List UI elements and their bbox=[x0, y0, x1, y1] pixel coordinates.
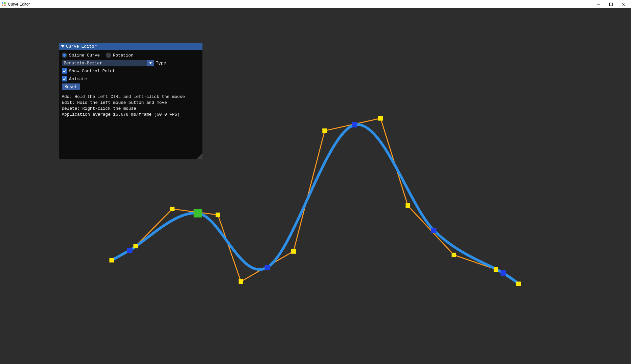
control-point[interactable] bbox=[239, 279, 243, 284]
control-point[interactable] bbox=[322, 128, 327, 133]
reset-button[interactable]: Reset bbox=[62, 83, 80, 90]
svg-rect-1 bbox=[4, 2, 6, 4]
help-text: Add: Hold the left CTRL and left-click t… bbox=[59, 93, 202, 120]
svg-rect-3 bbox=[4, 5, 6, 6]
radio-rotation-label: Rotation bbox=[113, 53, 133, 58]
curve-editor-panel[interactable]: Curve Editor Spline Curve Rotation Berst… bbox=[59, 43, 202, 159]
radio-spline[interactable] bbox=[62, 53, 67, 58]
control-point[interactable] bbox=[170, 207, 175, 211]
checkbox-show-control-point-label: Show Control Point bbox=[69, 69, 115, 74]
svg-rect-0 bbox=[2, 2, 3, 4]
window-titlebar: Curve Editor bbox=[0, 0, 631, 8]
control-point[interactable] bbox=[494, 267, 498, 272]
control-point[interactable] bbox=[216, 213, 220, 217]
anchor-point[interactable] bbox=[352, 122, 357, 127]
control-point[interactable] bbox=[378, 116, 383, 121]
close-button[interactable] bbox=[617, 0, 630, 8]
type-combo-label: Type bbox=[156, 61, 166, 66]
chevron-down-icon bbox=[147, 60, 154, 66]
resize-handle-icon[interactable] bbox=[197, 153, 202, 159]
anchor-point[interactable] bbox=[431, 228, 436, 233]
app-icon bbox=[1, 2, 6, 7]
control-point[interactable] bbox=[133, 244, 138, 248]
panel-titlebar[interactable]: Curve Editor bbox=[59, 43, 202, 50]
panel-title-text: Curve Editor bbox=[66, 44, 97, 49]
viewport[interactable]: Curve Editor Spline Curve Rotation Berst… bbox=[0, 8, 631, 364]
anchor-point[interactable] bbox=[127, 248, 132, 253]
checkbox-animate-label: Animate bbox=[69, 77, 87, 81]
maximize-button[interactable] bbox=[605, 0, 617, 8]
radio-spline-label: Spline Curve bbox=[69, 53, 100, 58]
anchor-point[interactable] bbox=[501, 270, 506, 276]
control-point[interactable] bbox=[452, 253, 456, 257]
active-anchor-point[interactable] bbox=[194, 209, 202, 217]
collapse-icon[interactable] bbox=[61, 45, 64, 48]
control-point[interactable] bbox=[516, 282, 521, 286]
checkbox-animate[interactable] bbox=[62, 76, 67, 81]
svg-rect-5 bbox=[610, 3, 613, 6]
type-combo-value: Berstein-Bezier bbox=[64, 61, 102, 66]
minimize-button[interactable] bbox=[592, 0, 605, 8]
control-point[interactable] bbox=[291, 249, 296, 254]
checkbox-show-control-point[interactable] bbox=[62, 68, 67, 74]
type-combo[interactable]: Berstein-Bezier bbox=[62, 60, 154, 66]
window-title: Curve Editor bbox=[8, 2, 30, 7]
control-point[interactable] bbox=[406, 203, 410, 208]
control-point[interactable] bbox=[109, 258, 114, 262]
svg-rect-2 bbox=[2, 5, 3, 6]
radio-rotation[interactable] bbox=[106, 53, 111, 58]
anchor-point[interactable] bbox=[265, 265, 270, 270]
